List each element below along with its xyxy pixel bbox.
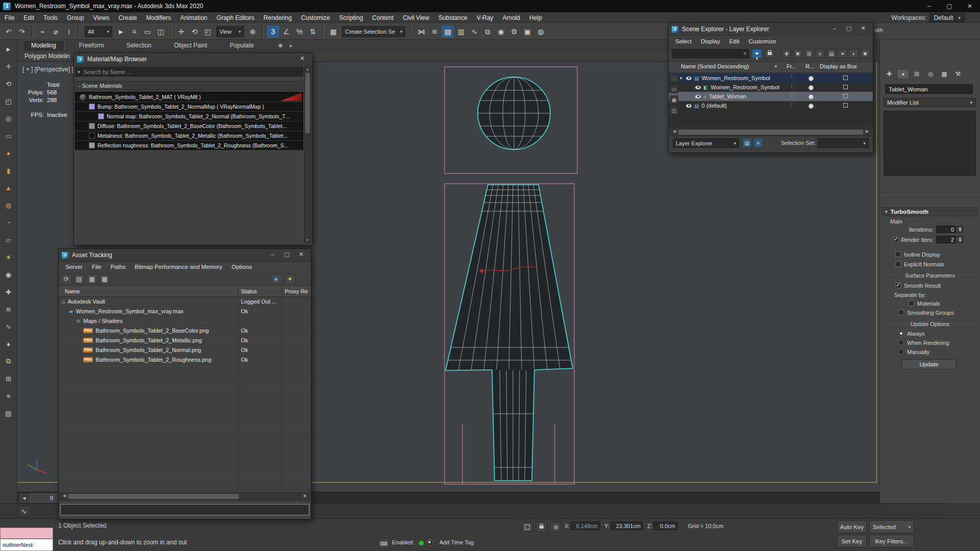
- box-primitive-icon[interactable]: ▭: [3, 130, 15, 142]
- ribbon-tab-populate[interactable]: Populate: [222, 40, 262, 51]
- materials-checkbox[interactable]: [909, 300, 914, 306]
- resolve-path-icon[interactable]: ►: [271, 274, 282, 284]
- always-radio[interactable]: [898, 331, 904, 336]
- toggle-layer-explorer-icon[interactable]: ▤: [442, 26, 454, 38]
- frozen-column-header[interactable]: Fr...: [787, 63, 796, 69]
- smooth-result-checkbox[interactable]: [895, 283, 901, 288]
- display-tab[interactable]: ▦: [938, 69, 950, 79]
- teapot-primitive-icon[interactable]: ◔: [3, 216, 15, 229]
- select-and-place-icon[interactable]: ◎: [3, 112, 15, 124]
- edit-named-selection-sets-icon[interactable]: ▦: [327, 26, 339, 38]
- render-toggle[interactable]: [808, 104, 814, 109]
- reference-coordinate-system-dropdown[interactable]: View▾: [216, 26, 244, 37]
- eye-icon[interactable]: [695, 86, 701, 89]
- asset-row[interactable]: PNGBathroom_Symbols_Tablet_2_Roughness.p…: [59, 355, 311, 365]
- freeze-toggle-icon[interactable]: ✱: [861, 49, 870, 58]
- toggle-ribbon-icon[interactable]: ▥: [455, 26, 467, 38]
- percent-snap-toggle-icon[interactable]: %: [293, 26, 306, 38]
- menu-item-views[interactable]: Views: [88, 13, 114, 23]
- z-coordinate-field[interactable]: 0,0cm: [653, 521, 678, 530]
- keyboard-override-icon[interactable]: ⌨: [378, 538, 389, 548]
- menu-item-tools[interactable]: Tools: [39, 13, 62, 23]
- isoline-display-checkbox[interactable]: [895, 252, 901, 257]
- render-toggle[interactable]: [808, 94, 814, 99]
- menu-item-scripting[interactable]: Scripting: [334, 13, 368, 23]
- utilities-tab[interactable]: ⚒: [952, 69, 964, 79]
- menu-item-modifiers[interactable]: Modifiers: [141, 13, 176, 23]
- highlight-layer-icon[interactable]: ✦: [838, 49, 847, 58]
- selection-set-dropdown[interactable]: ▾: [818, 138, 869, 148]
- eye-icon[interactable]: [686, 77, 692, 80]
- key-mode-dropdown[interactable]: Selected ▾: [869, 520, 914, 533]
- key-filters-button[interactable]: Key Filters...: [869, 535, 914, 547]
- render-iters-field[interactable]: 2: [936, 236, 956, 243]
- iterations-field[interactable]: 0: [936, 226, 956, 233]
- column-status[interactable]: Status: [241, 288, 257, 294]
- scroll-left-icon[interactable]: ◀: [61, 493, 68, 499]
- select-object-icon[interactable]: ►: [115, 26, 127, 38]
- when-rendering-radio[interactable]: [898, 340, 904, 345]
- macro-recorder-line[interactable]: [0, 528, 53, 539]
- make-active-layer-icon[interactable]: ▤: [827, 49, 836, 58]
- camera-icon[interactable]: ◉: [3, 268, 15, 281]
- menu-item-animation[interactable]: Animation: [176, 13, 212, 23]
- bind-to-space-warp-icon[interactable]: ≀: [63, 26, 75, 38]
- render-iters-checkbox[interactable]: [893, 237, 899, 242]
- align-tool-icon[interactable]: ≡: [3, 390, 15, 402]
- render-toggle[interactable]: [808, 76, 814, 81]
- column-name[interactable]: Name: [65, 288, 80, 294]
- asset-row[interactable]: PNGBathroom_Symbols_Tablet_2_Metallic.pn…: [59, 336, 311, 345]
- hierarchy-tab[interactable]: ⊞: [911, 69, 923, 79]
- table-view-icon[interactable]: ▩: [99, 274, 110, 284]
- maxscript-mini-listener[interactable]: outlinerNest·: [0, 539, 53, 551]
- maximize-icon[interactable]: ▢: [280, 249, 293, 259]
- select-and-rotate-icon[interactable]: ⟲: [188, 26, 201, 38]
- select-children-icon[interactable]: ≡: [816, 49, 825, 58]
- redo-icon[interactable]: ↷: [16, 26, 28, 38]
- biped-icon[interactable]: ♦: [3, 338, 15, 350]
- layer-tool-icon[interactable]: ▤: [3, 407, 15, 419]
- rendered-frame-window-icon[interactable]: ▣: [521, 26, 533, 38]
- x-coordinate-field[interactable]: 6,148cm: [571, 521, 600, 530]
- scene-materials-section[interactable]: - Scene Materials: [75, 81, 303, 90]
- filter-funnel-icon[interactable]: [752, 49, 762, 58]
- material-row[interactable]: Reflection roughness: Bathroom_Symbols_T…: [75, 141, 303, 151]
- mirror-tool-icon[interactable]: ⧉: [3, 355, 15, 367]
- array-tool-icon[interactable]: ⊞: [3, 372, 15, 385]
- minimize-icon[interactable]: –: [266, 249, 279, 259]
- select-and-move-icon[interactable]: ✛: [3, 60, 15, 72]
- light-icon[interactable]: ☀: [3, 251, 15, 263]
- space-warp-icon[interactable]: ≋: [3, 303, 15, 315]
- window-crossing-icon[interactable]: ◫: [155, 26, 167, 38]
- scene-row-women-restroom-symbol[interactable]: ▼▤Women_Restroom_Symbol⁞: [669, 73, 873, 83]
- override-knob-icon[interactable]: [427, 539, 433, 546]
- frozen-toggle[interactable]: ⁞: [791, 84, 793, 89]
- scene-hscrollbar[interactable]: ◀ ▶: [670, 128, 872, 136]
- add-to-layer-icon[interactable]: ⊞: [804, 49, 814, 58]
- frozen-toggle[interactable]: ⁞: [791, 102, 793, 107]
- bone-icon[interactable]: ∿: [3, 320, 15, 333]
- schematic-view-icon[interactable]: ⧉: [481, 26, 494, 38]
- render-toggle[interactable]: [808, 85, 814, 90]
- menu-item-file[interactable]: File: [0, 13, 19, 23]
- material-row[interactable]: Normal map: Bathroom_Symbols_Tablet_2_No…: [75, 112, 303, 121]
- menu-item-arnold[interactable]: Arnold: [498, 13, 525, 23]
- scrollbar-thumb[interactable]: [678, 130, 863, 135]
- scene-menu-edit[interactable]: Edit: [725, 37, 744, 45]
- frozen-toggle[interactable]: ⁞: [791, 93, 793, 98]
- name-column-header[interactable]: Name (Sorted Descending): [681, 63, 749, 69]
- render-production-icon[interactable]: ◍: [534, 26, 547, 38]
- explorer-view-dropdown[interactable]: Layer Explorer ▾: [673, 138, 739, 148]
- workspaces-dropdown[interactable]: Default ▾: [929, 13, 965, 22]
- scroll-left-icon[interactable]: ◀: [671, 129, 678, 135]
- ribbon-tab-selection[interactable]: Selection: [118, 40, 159, 51]
- explicit-normals-checkbox[interactable]: [895, 261, 901, 267]
- thumbnail-view-icon[interactable]: ▦: [86, 274, 97, 284]
- rectangular-selection-region-icon[interactable]: ▭: [141, 26, 154, 38]
- previous-frame-icon[interactable]: ◀: [19, 494, 29, 503]
- minimize-icon[interactable]: –: [828, 23, 841, 33]
- create-tab[interactable]: ✚: [883, 69, 895, 79]
- ribbon-minimize-icon[interactable]: ▴: [286, 41, 296, 50]
- material-editor-icon[interactable]: ◉: [495, 26, 507, 38]
- scroll-up-icon[interactable]: ▲: [305, 67, 310, 71]
